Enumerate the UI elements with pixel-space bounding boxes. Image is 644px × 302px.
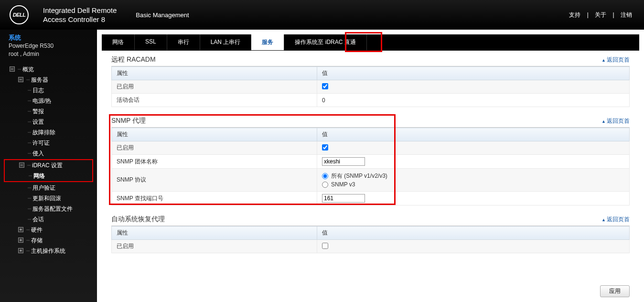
expand-icon[interactable]: + xyxy=(18,237,23,243)
back-to-top-link[interactable]: ▲返回页首 xyxy=(601,56,630,64)
panel-asr-title: 自动系统恢复代理 xyxy=(111,215,165,224)
snmp-proto-v3-radio[interactable] xyxy=(322,182,328,188)
tab-os-idrac[interactable]: 操作系统至 iDRAC 直通 xyxy=(284,34,366,50)
snmp-community-input[interactable] xyxy=(322,157,365,166)
panel-snmp: SNMP 代理 ▲返回页首 属性值 已启用 SNMP 团体名称 SNMP 协议 … xyxy=(111,117,630,205)
panel-snmp-title: SNMP 代理 xyxy=(111,117,146,125)
cell-enabled-label: 已启用 xyxy=(112,240,317,253)
tree-settings[interactable]: ┈设置 xyxy=(0,117,97,127)
up-arrow-icon: ▲ xyxy=(601,119,606,124)
tab-ssl[interactable]: SSL xyxy=(135,34,167,50)
cell-enabled-label: 已启用 xyxy=(112,141,317,155)
panel-racadm: 远程 RACADM ▲返回页首 属性值 已启用 活动会话0 xyxy=(111,55,630,107)
back-to-top-link[interactable]: ▲返回页首 xyxy=(601,216,630,224)
tree-logs[interactable]: ┈日志 xyxy=(0,85,97,96)
expand-icon[interactable]: + xyxy=(18,227,23,232)
table-snmp: 属性值 已启用 SNMP 团体名称 SNMP 协议 所有 (SNMP v1/v2… xyxy=(111,128,630,205)
th-value: 值 xyxy=(317,128,630,141)
up-arrow-icon: ▲ xyxy=(601,58,606,63)
th-prop: 属性 xyxy=(112,128,317,141)
tree-server-profile[interactable]: ┈服务器配置文件 xyxy=(0,204,97,214)
tree-update-rollback[interactable]: ┈更新和回滚 xyxy=(0,193,97,204)
tab-serial[interactable]: 串行 xyxy=(167,34,200,50)
collapse-icon[interactable]: − xyxy=(19,162,24,168)
snmp-port-input[interactable] xyxy=(322,194,365,203)
collapse-icon[interactable]: − xyxy=(18,77,23,82)
tab-bar: 网络 SSL 串行 LAN 上串行 服务 操作系统至 iDRAC 直通 xyxy=(102,34,639,51)
cell-protocol-label: SNMP 协议 xyxy=(112,169,317,192)
header-subtitle: Basic Management xyxy=(136,11,189,19)
tree-troubleshoot[interactable]: ┈故障排除 xyxy=(0,127,97,138)
tree-license[interactable]: ┈许可证 xyxy=(0,138,97,148)
header-links: 支持 | 关于 | 注销 xyxy=(567,11,634,19)
tree-user-auth[interactable]: ┈用户验证 xyxy=(0,183,97,193)
cell-community-label: SNMP 团体名称 xyxy=(112,155,317,169)
th-prop: 属性 xyxy=(112,226,317,240)
tab-services[interactable]: 服务 xyxy=(251,34,284,50)
tree-server[interactable]: −┈服务器 xyxy=(0,75,97,85)
support-link[interactable]: 支持 xyxy=(567,11,583,18)
content-area: 网络 SSL 串行 LAN 上串行 服务 操作系统至 iDRAC 直通 远程 R… xyxy=(97,30,644,302)
tree-alerts[interactable]: ┈警报 xyxy=(0,106,97,117)
tree-intrusion[interactable]: ┈侵入 xyxy=(0,148,97,159)
tab-lan-serial[interactable]: LAN 上串行 xyxy=(200,34,252,50)
table-asr: 属性值 已启用 xyxy=(111,226,630,253)
cell-active-sessions-value: 0 xyxy=(317,94,630,107)
racadm-enabled-checkbox[interactable] xyxy=(322,83,328,89)
tree-host-os[interactable]: +┈主机操作系统 xyxy=(0,246,97,256)
tree-storage[interactable]: +┈存储 xyxy=(0,235,97,246)
snmp-enabled-checkbox[interactable] xyxy=(322,144,328,151)
dell-logo: DELL xyxy=(10,5,29,24)
back-to-top-link[interactable]: ▲返回页首 xyxy=(601,117,630,125)
nav-tree: −┈概览 −┈服务器 ┈日志 ┈电源/热 ┈警报 ┈设置 ┈故障排除 ┈许可证 … xyxy=(0,64,97,256)
app-header: DELL Integrated Dell Remote Access Contr… xyxy=(0,0,644,30)
highlight-box-idrac: −┈iDRAC 设置 ┈网络 xyxy=(4,159,93,182)
sidebar: 系统 PowerEdge R530 root , Admin −┈概览 −┈服务… xyxy=(0,30,97,302)
th-prop: 属性 xyxy=(112,67,317,80)
sidebar-user: root , Admin xyxy=(9,50,91,58)
logout-link[interactable]: 注销 xyxy=(618,11,634,18)
about-link[interactable]: 关于 xyxy=(592,11,609,18)
expand-icon[interactable]: + xyxy=(18,248,23,253)
sidebar-system-label[interactable]: 系统 xyxy=(9,33,91,42)
tree-overview[interactable]: −┈概览 xyxy=(0,64,97,75)
tree-network[interactable]: ┈网络 xyxy=(5,171,92,181)
header-title: Integrated Dell Remote Access Controller… xyxy=(43,6,117,24)
up-arrow-icon: ▲ xyxy=(601,217,606,222)
panel-asr: 自动系统恢复代理 ▲返回页首 属性值 已启用 xyxy=(111,215,630,253)
th-value: 值 xyxy=(317,67,630,80)
snmp-proto-v3-label: SNMP v3 xyxy=(331,181,355,188)
table-racadm: 属性值 已启用 活动会话0 xyxy=(111,66,630,107)
tree-session[interactable]: ┈会话 xyxy=(0,214,97,225)
cell-active-sessions-label: 活动会话 xyxy=(112,94,317,107)
sidebar-model: PowerEdge R530 xyxy=(9,42,91,50)
snmp-proto-all-label: 所有 (SNMP v1/v2/v3) xyxy=(331,172,387,180)
collapse-icon[interactable]: − xyxy=(10,66,15,72)
apply-button[interactable]: 应用 xyxy=(600,285,630,297)
tree-idrac-settings[interactable]: −┈iDRAC 设置 xyxy=(5,160,92,171)
snmp-proto-all-radio[interactable] xyxy=(322,173,328,179)
panel-racadm-title: 远程 RACADM xyxy=(111,55,156,64)
tab-network[interactable]: 网络 xyxy=(102,34,135,50)
sidebar-header: 系统 PowerEdge R530 root , Admin xyxy=(0,33,97,61)
asr-enabled-checkbox[interactable] xyxy=(322,243,328,249)
th-value: 值 xyxy=(317,226,630,240)
button-row: 应用 xyxy=(97,280,644,302)
tree-power[interactable]: ┈电源/热 xyxy=(0,96,97,106)
tree-hardware[interactable]: +┈硬件 xyxy=(0,225,97,235)
cell-port-label: SNMP 查找端口号 xyxy=(112,192,317,205)
cell-enabled-label: 已启用 xyxy=(112,80,317,94)
